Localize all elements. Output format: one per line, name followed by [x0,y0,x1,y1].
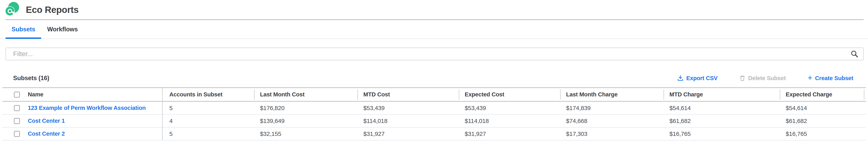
subsets-toolbar: Subsets (16) Export CSV Delete Subset + [13,74,853,82]
cell-accounts: 5 [163,102,254,114]
cell-expected-charge: $61,682 [780,115,866,127]
tab-subsets[interactable]: Subsets [6,20,41,38]
row-checkbox[interactable] [14,118,20,124]
column-header-last-month-charge[interactable]: Last Month Charge [560,88,663,101]
table-row: Cost Center 1 4 $139,649 $114,018 $114,0… [2,115,866,128]
subset-name-link[interactable]: Cost Center 1 [28,118,65,124]
row-checkbox[interactable] [14,105,20,111]
column-header-mtd-charge[interactable]: MTD Charge [663,88,780,101]
table-row: Cost Center 2 5 $32,155 $31,927 $31,927 … [2,128,866,140]
column-header-expected-cost[interactable]: Expected Cost [459,88,560,101]
download-icon [677,75,684,81]
eco-reports-page: Eco Reports Subsets Workflows Subsets (1… [0,0,868,143]
create-subset-label: Create Subset [815,75,853,81]
column-header-expected-charge[interactable]: Expected Charge [780,88,866,101]
cell-accounts: 5 [163,128,254,140]
export-csv-button[interactable]: Export CSV [677,75,718,81]
cell-last-month-charge: $17,303 [560,128,663,140]
delete-subset-button[interactable]: Delete Subset [739,75,786,81]
subsets-table: Name Accounts in Subset Last Month Cost … [2,87,866,140]
cell-mtd-charge: $61,682 [663,115,780,127]
cell-mtd-cost: $114,018 [358,115,459,127]
plus-icon: + [808,74,812,82]
cell-last-month-cost: $176,820 [254,102,358,114]
delete-subset-label: Delete Subset [748,75,786,81]
create-subset-button[interactable]: + Create Subset [808,74,853,82]
name-cell: Cost Center 2 [2,128,163,140]
filter-input[interactable] [6,47,864,60]
cell-last-month-charge: $174,839 [560,102,663,114]
row-checkbox[interactable] [14,131,20,137]
tab-workflows[interactable]: Workflows [41,20,84,38]
search-icon[interactable] [850,50,859,58]
cell-mtd-cost: $53,439 [358,102,459,114]
cell-mtd-cost: $31,927 [358,128,459,140]
trash-icon [739,75,745,81]
column-header-accounts[interactable]: Accounts in Subset [163,88,254,101]
select-all-checkbox[interactable] [14,92,20,98]
name-cell: Cost Center 1 [2,115,163,127]
cell-expected-cost: $53,439 [459,102,560,114]
cell-accounts: 4 [163,115,254,127]
column-header-name-label: Name [28,91,43,98]
subset-name-link[interactable]: 123 Example of Perm Workflow Association [28,105,146,111]
eco-logo-icon [3,1,21,18]
subset-name-link[interactable]: Cost Center 2 [28,131,65,137]
tab-bar: Subsets Workflows [0,20,868,39]
cell-last-month-charge: $74,668 [560,115,663,127]
cell-mtd-charge: $54,614 [663,102,780,114]
cell-expected-cost: $31,927 [459,128,560,140]
column-header-name[interactable]: Name [2,88,163,101]
cell-expected-cost: $114,018 [459,115,560,127]
app-header: Eco Reports [0,0,868,19]
column-header-last-month-cost[interactable]: Last Month Cost [254,88,358,101]
cell-expected-charge: $54,614 [780,102,866,114]
subsets-count-heading: Subsets (16) [13,75,49,82]
column-header-mtd-cost[interactable]: MTD Cost [358,88,459,101]
name-cell: 123 Example of Perm Workflow Association [2,102,163,114]
cell-mtd-charge: $16,765 [663,128,780,140]
table-row: 123 Example of Perm Workflow Association… [2,102,866,115]
page-title: Eco Reports [26,4,79,15]
cell-expected-charge: $16,765 [780,128,866,140]
table-header-row: Name Accounts in Subset Last Month Cost … [2,88,866,102]
cell-last-month-cost: $139,649 [254,115,358,127]
export-csv-label: Export CSV [686,75,718,81]
cell-last-month-cost: $32,155 [254,128,358,140]
toolbar-actions: Export CSV Delete Subset + Create Subset [677,74,853,82]
filter-bar [6,47,864,60]
